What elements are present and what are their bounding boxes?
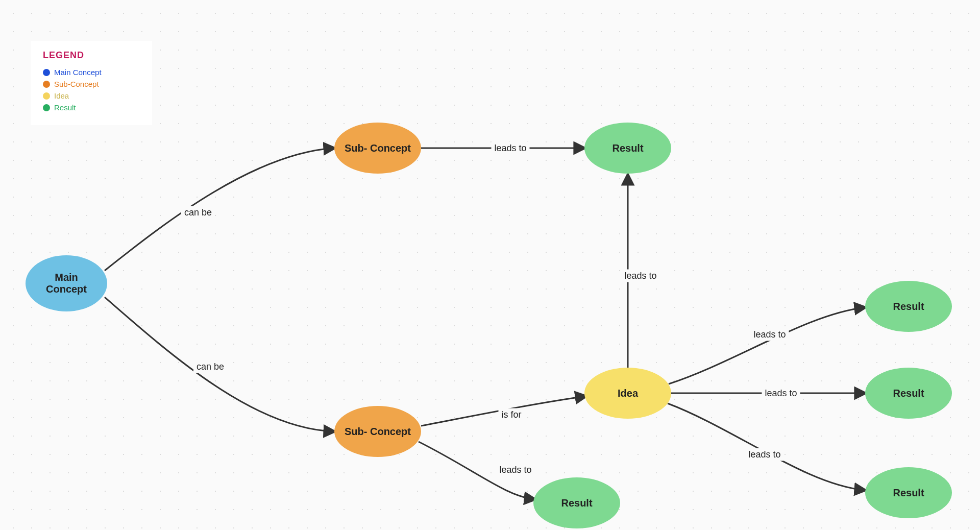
diagram-canvas[interactable]: LEGEND Main Concept Sub-Concept Idea Res… (0, 0, 980, 530)
edge-label-idea-res3[interactable]: leads to (750, 328, 789, 341)
legend-title: LEGEND (43, 50, 140, 61)
edge-idea-res3[interactable] (669, 307, 865, 384)
legend-dot-sub-concept (43, 81, 50, 88)
legend-dot-result (43, 104, 50, 111)
edge-label-sub2-res2[interactable]: leads to (496, 464, 534, 476)
legend-item-idea: Idea (43, 91, 140, 100)
legend-item-sub-concept: Sub-Concept (43, 80, 140, 88)
node-sub-concept-1[interactable]: Sub- Concept (334, 123, 421, 174)
node-result-4[interactable]: Result (865, 368, 952, 419)
edge-label-main-sub1[interactable]: can be (181, 206, 215, 219)
legend-item-result: Result (43, 103, 140, 112)
legend-item-main-concept: Main Concept (43, 68, 140, 77)
edge-label-sub2-idea[interactable]: is for (498, 408, 524, 421)
node-main-concept[interactable]: MainConcept (26, 255, 107, 311)
edge-label-sub1-res1[interactable]: leads to (491, 142, 529, 155)
node-idea[interactable]: Idea (584, 368, 671, 419)
legend-panel: LEGEND Main Concept Sub-Concept Idea Res… (31, 41, 152, 125)
node-result-1[interactable]: Result (584, 123, 671, 174)
legend-label: Main Concept (54, 68, 102, 77)
legend-label: Result (54, 103, 76, 112)
legend-label: Idea (54, 91, 69, 100)
node-sub-concept-2[interactable]: Sub- Concept (334, 406, 421, 457)
edge-label-main-sub2[interactable]: can be (193, 360, 227, 373)
edge-label-idea-res4[interactable]: leads to (762, 387, 800, 400)
edge-label-idea-res5[interactable]: leads to (745, 448, 783, 461)
edge-label-idea-res1[interactable]: leads to (621, 270, 659, 282)
legend-label: Sub-Concept (54, 80, 99, 88)
node-result-3[interactable]: Result (865, 281, 952, 332)
node-result-5[interactable]: Result (865, 467, 952, 518)
edge-main-sub1[interactable] (105, 148, 334, 271)
edge-idea-res5[interactable] (668, 403, 865, 490)
node-result-2[interactable]: Result (533, 477, 620, 528)
legend-dot-idea (43, 92, 50, 100)
legend-dot-main-concept (43, 69, 50, 76)
